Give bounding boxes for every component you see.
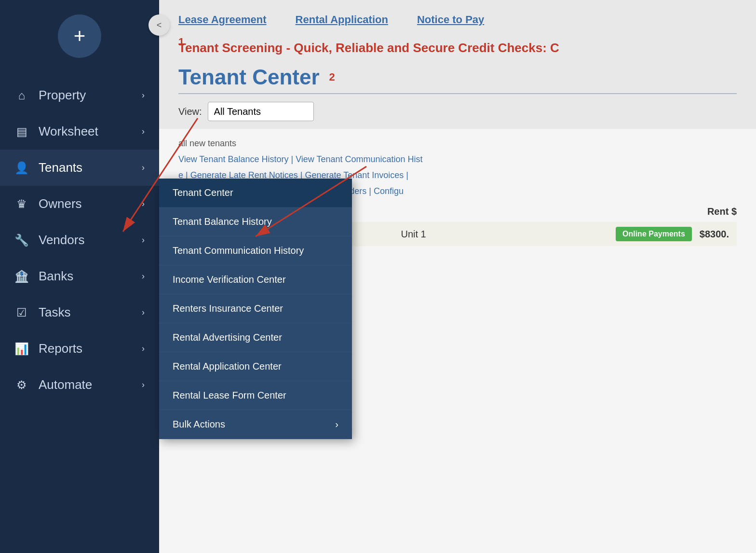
tasks-icon: ☑ (14, 306, 29, 319)
dropdown-item-rental-application-center[interactable]: Rental Application Center (159, 352, 352, 381)
top-link-notice-to-pay[interactable]: Notice to Pay (417, 14, 484, 26)
dropdown-item-label-rental-advertising-center: Rental Advertising Center (173, 332, 282, 343)
sidebar-item-tasks[interactable]: ☑Tasks› (0, 294, 159, 331)
dropdown-item-label-tenant-balance-history: Tenant Balance History (173, 216, 272, 227)
dropdown-item-label-rental-lease-form-center: Rental Lease Form Center (173, 390, 286, 401)
dropdown-item-rental-lease-form-center[interactable]: Rental Lease Form Center (159, 381, 352, 410)
tenants-icon: 👤 (14, 161, 29, 175)
sidebar-item-label-banks: Banks (39, 269, 73, 284)
sidebar-item-banks[interactable]: 🏦Banks› (0, 258, 159, 294)
sidebar-item-worksheet[interactable]: ▤Worksheet› (0, 113, 159, 150)
sidebar-item-owners[interactable]: ♛Owners› (0, 186, 159, 222)
top-link-lease-agreement[interactable]: Lease Agreement (178, 14, 267, 26)
dropdown-item-rental-advertising-center[interactable]: Rental Advertising Center (159, 323, 352, 352)
sidebar-chevron-owners: › (142, 199, 145, 209)
divider (178, 93, 737, 94)
dropdown-item-label-tenant-center: Tenant Center (173, 187, 233, 198)
sidebar-item-label-property: Property (39, 88, 86, 103)
sidebar-chevron-worksheet: › (142, 126, 145, 137)
vendors-icon: 🔧 (14, 234, 29, 247)
sidebar-chevron-tenants: › (142, 163, 145, 173)
annotation-2: 2 (329, 71, 335, 83)
sidebar-chevron-property: › (142, 90, 145, 100)
dropdown-item-tenant-balance-history[interactable]: Tenant Balance History (159, 207, 352, 236)
dropdown-item-label-bulk-actions: Bulk Actions (173, 419, 225, 430)
sidebar-nav: ⌂Property›▤Worksheet›👤Tenants›♛Owners›🔧V… (0, 77, 159, 403)
tenants-dropdown-menu: Tenant CenterTenant Balance HistoryTenan… (159, 179, 352, 439)
dropdown-item-tenant-communication-history[interactable]: Tenant Communication History (159, 236, 352, 265)
sidebar-item-tenants[interactable]: 👤Tenants› (0, 150, 159, 186)
view-label: View: (178, 106, 202, 117)
sidebar-item-label-vendors: Vendors (39, 233, 84, 248)
owners-icon: ♛ (14, 197, 29, 211)
tenant-unit: Unit 1 (401, 229, 616, 240)
sidebar-item-property[interactable]: ⌂Property› (0, 77, 159, 113)
dropdown-item-label-income-verification-center: Income Verification Center (173, 274, 286, 285)
tenant-center-title: Tenant Center (178, 65, 320, 89)
sidebar-item-label-worksheet: Worksheet (39, 124, 98, 139)
promo-text: Tenant Screening - Quick, Reliable and S… (159, 41, 756, 60)
collapse-sidebar-button[interactable]: < (148, 14, 170, 36)
banks-icon: 🏦 (14, 270, 29, 283)
annotation-1: 1 (178, 36, 184, 48)
sidebar-chevron-banks: › (142, 271, 145, 281)
sidebar-chevron-tasks: › (142, 307, 145, 318)
sidebar: + ⌂Property›▤Worksheet›👤Tenants›♛Owners›… (0, 0, 159, 553)
sidebar-item-label-automate: Automate (39, 377, 92, 392)
dropdown-item-tenant-center[interactable]: Tenant Center (159, 179, 352, 207)
add-button[interactable]: + (58, 14, 101, 58)
sidebar-item-vendors[interactable]: 🔧Vendors› (0, 222, 159, 258)
dropdown-item-label-rental-application-center: Rental Application Center (173, 361, 282, 372)
sidebar-chevron-automate: › (142, 380, 145, 390)
sidebar-item-label-tasks: Tasks (39, 305, 70, 320)
worksheet-icon: ▤ (14, 125, 29, 138)
dropdown-item-income-verification-center[interactable]: Income Verification Center (159, 265, 352, 294)
dropdown-item-label-tenant-communication-history: Tenant Communication History (173, 245, 304, 256)
content-links-1: View Tenant Balance History | View Tenan… (178, 154, 737, 165)
sidebar-item-label-reports: Reports (39, 341, 82, 356)
sidebar-item-reports[interactable]: 📊Reports› (0, 331, 159, 367)
dropdown-item-renters-insurance-center[interactable]: Renters Insurance Center (159, 294, 352, 323)
dropdown-item-bulk-actions[interactable]: Bulk Actions› (159, 410, 352, 439)
sidebar-item-automate[interactable]: ⚙Automate› (0, 367, 159, 403)
top-link-rental-application[interactable]: Rental Application (296, 14, 388, 26)
sidebar-item-label-owners: Owners (39, 196, 82, 211)
add-icon: + (74, 25, 86, 48)
top-links-bar: Lease AgreementRental ApplicationNotice … (159, 0, 756, 36)
reports-icon: 📊 (14, 342, 29, 356)
sidebar-chevron-vendors: › (142, 235, 145, 245)
new-tenants-text: all new tenants (178, 138, 737, 149)
sidebar-item-label-tenants: Tenants (39, 160, 82, 175)
tenant-center-header: Tenant Center 2 (159, 60, 756, 89)
view-dropdown[interactable]: All TenantsCurrent TenantsPast Tenants (208, 102, 314, 121)
view-selector-row: View: All TenantsCurrent TenantsPast Ten… (159, 102, 756, 129)
automate-icon: ⚙ (14, 378, 29, 392)
promo-area: 1 (159, 36, 756, 41)
online-payments-badge: Online Payments (616, 227, 692, 241)
dropdown-item-arrow-bulk-actions: › (335, 419, 338, 430)
dropdown-item-label-renters-insurance-center: Renters Insurance Center (173, 303, 283, 314)
tenant-amount: $8300. (700, 229, 729, 240)
sidebar-chevron-reports: › (142, 344, 145, 354)
property-icon: ⌂ (14, 89, 29, 102)
